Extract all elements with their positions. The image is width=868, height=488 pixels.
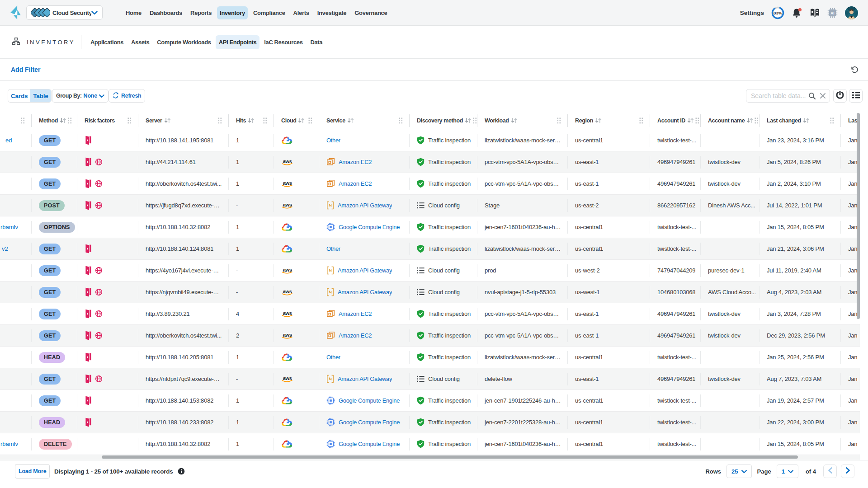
column-header-service[interactable]: Service	[319, 111, 409, 130]
service-link[interactable]: Amazon EC2	[339, 310, 372, 317]
sort-icon[interactable]	[347, 117, 354, 123]
service-link[interactable]: Amazon API Gateway	[338, 267, 392, 274]
drag-handle-icon[interactable]	[639, 117, 643, 124]
service-link[interactable]: Other	[326, 354, 340, 361]
prisma-cloud-logo-icon[interactable]	[9, 5, 22, 20]
group-by-button[interactable]: Group By: None	[52, 89, 108, 103]
service-link[interactable]: Other	[326, 137, 340, 144]
service-link[interactable]: Google Compute Engine	[339, 441, 400, 447]
column-header-method[interactable]: Method	[31, 111, 77, 130]
download-button[interactable]	[833, 89, 847, 103]
column-header-cloud[interactable]: Cloud	[274, 111, 319, 130]
column-header-account-name[interactable]: Account name	[700, 111, 759, 130]
view-option-table[interactable]: Table	[30, 89, 51, 102]
tab-iac-resources[interactable]: IaC Resources	[264, 39, 302, 46]
reset-filters-icon[interactable]	[851, 66, 859, 75]
nav-item-compliance[interactable]: Compliance	[253, 9, 285, 16]
sort-icon[interactable]	[595, 117, 602, 123]
sort-icon[interactable]	[164, 117, 171, 123]
search-input[interactable]	[751, 92, 808, 99]
service-link[interactable]: Google Compute Engine	[339, 224, 400, 230]
drag-handle-icon[interactable]	[263, 117, 267, 124]
tab-data[interactable]: Data	[310, 39, 322, 46]
nav-item-governance[interactable]: Governance	[354, 9, 387, 16]
horizontal-scrollbar[interactable]	[102, 455, 798, 459]
table-row: GEThttp://oberkovitch.os4test.twi...2aws…	[0, 325, 860, 347]
column-header-hits[interactable]: Hits	[228, 111, 274, 130]
sort-icon[interactable]	[60, 117, 66, 123]
column-settings-button[interactable]	[849, 89, 863, 103]
drag-handle-icon[interactable]	[308, 117, 312, 124]
endpoint-link[interactable]: rbamlv	[0, 441, 18, 447]
drag-handle-icon[interactable]	[830, 117, 834, 124]
service-link[interactable]: Amazon EC2	[339, 180, 372, 187]
notifications-bell-icon[interactable]	[792, 7, 802, 19]
drag-handle-icon[interactable]	[557, 117, 561, 124]
column-header-server[interactable]: Server	[138, 111, 228, 130]
column-header-region[interactable]: Region	[567, 111, 650, 130]
drag-handle-icon[interactable]	[755, 117, 759, 124]
service-link[interactable]: Amazon EC2	[339, 332, 372, 339]
user-avatar[interactable]	[845, 6, 858, 19]
info-icon[interactable]	[178, 468, 185, 475]
drag-handle-icon[interactable]	[21, 117, 25, 124]
load-more-button[interactable]: Load More	[15, 464, 50, 479]
rows-per-page-select[interactable]: 25	[726, 465, 751, 478]
nav-item-home[interactable]: Home	[126, 9, 142, 16]
sort-icon[interactable]	[248, 117, 255, 123]
sort-icon[interactable]	[465, 117, 472, 123]
search-icon[interactable]	[808, 92, 816, 100]
endpoint-link[interactable]: rbamlv	[0, 224, 18, 230]
endpoint-link[interactable]: ed	[5, 137, 12, 144]
view-option-cards[interactable]: Cards	[8, 89, 30, 102]
endpoint-link[interactable]: v2	[2, 245, 8, 252]
page-select[interactable]: 1	[777, 465, 798, 478]
nav-item-dashboards[interactable]: Dashboards	[150, 9, 182, 16]
chevron-down-icon	[741, 468, 747, 475]
column-header-account-id[interactable]: Account ID	[650, 111, 700, 130]
tab-applications[interactable]: Applications	[90, 39, 123, 46]
service-link[interactable]: Google Compute Engine	[339, 419, 400, 426]
drag-handle-icon[interactable]	[127, 117, 132, 124]
service-link[interactable]: Amazon EC2	[339, 159, 372, 165]
drag-handle-icon[interactable]	[399, 117, 403, 124]
add-filter-button[interactable]: Add Filter	[11, 66, 40, 73]
nav-item-inventory[interactable]: Inventory	[217, 6, 248, 19]
tab-compute-workloads[interactable]: Compute Workloads	[157, 39, 211, 46]
nav-item-alerts[interactable]: Alerts	[293, 9, 309, 16]
nav-item-investigate[interactable]: Investigate	[317, 9, 347, 16]
sort-icon[interactable]	[511, 117, 518, 123]
documentation-book-icon[interactable]	[810, 8, 820, 18]
service-link[interactable]: Amazon API Gateway	[338, 202, 392, 209]
sort-icon[interactable]	[746, 117, 753, 123]
ec2-icon	[326, 331, 335, 340]
cell-account-id: 496947949261	[650, 368, 700, 389]
refresh-button[interactable]: Refresh	[108, 89, 145, 103]
settings-link[interactable]: Settings	[740, 9, 764, 16]
previous-page-button[interactable]	[823, 465, 837, 478]
service-link[interactable]: Amazon API Gateway	[338, 375, 392, 382]
next-page-button[interactable]	[841, 465, 854, 478]
service-link[interactable]: Google Compute Engine	[339, 397, 400, 404]
tab-assets[interactable]: Assets	[131, 39, 149, 46]
service-link[interactable]: Amazon API Gateway	[338, 289, 392, 296]
column-header-workload[interactable]: Workload	[477, 111, 567, 130]
cell-endpoint	[0, 368, 31, 389]
column-header-discovery[interactable]: Discovery method	[409, 111, 477, 130]
ai-copilot-icon[interactable]: AI	[827, 8, 838, 18]
clear-search-icon[interactable]	[820, 93, 826, 99]
vertical-scrollbar[interactable]	[857, 113, 860, 319]
product-selector[interactable]: Cloud Security	[26, 5, 103, 20]
drag-handle-icon[interactable]	[218, 117, 222, 124]
drag-handle-icon[interactable]	[473, 117, 477, 124]
column-header-last-changed[interactable]: Last changed	[759, 111, 840, 130]
sort-icon[interactable]	[298, 117, 305, 123]
tab-api-endpoints[interactable]: API Endpoints	[216, 35, 260, 49]
sort-icon[interactable]	[687, 117, 694, 123]
usage-ring[interactable]: 83%	[771, 6, 784, 19]
sort-icon[interactable]	[803, 117, 810, 123]
nav-item-reports[interactable]: Reports	[190, 9, 212, 16]
service-link[interactable]: Other	[326, 245, 340, 252]
drag-handle-icon[interactable]	[68, 117, 72, 124]
drag-handle-icon[interactable]	[695, 117, 699, 124]
